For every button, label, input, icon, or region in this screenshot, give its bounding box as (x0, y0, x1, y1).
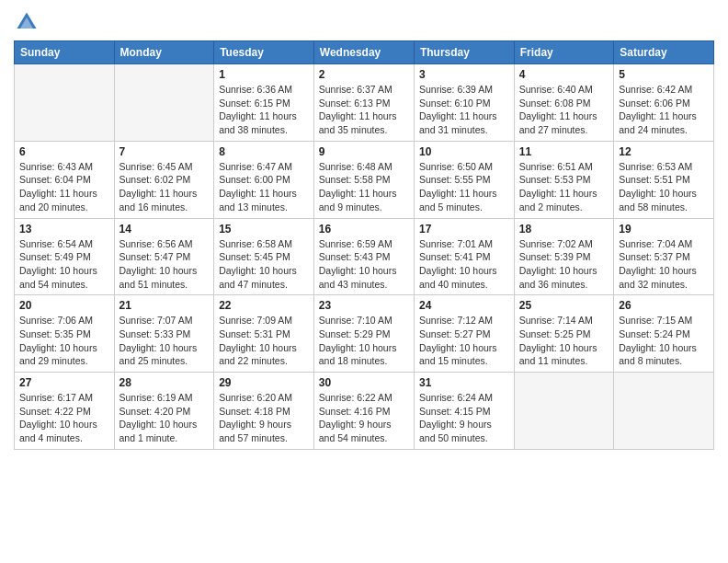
day-info: Sunrise: 6:42 AM Sunset: 6:06 PM Dayligh… (619, 83, 709, 137)
day-cell (15, 64, 115, 142)
day-number: 2 (319, 68, 409, 81)
day-cell: 7Sunrise: 6:45 AM Sunset: 6:02 PM Daylig… (114, 141, 214, 218)
day-cell: 21Sunrise: 7:07 AM Sunset: 5:33 PM Dayli… (114, 295, 214, 373)
header-cell-sunday: Sunday (15, 41, 115, 64)
day-cell (114, 64, 214, 142)
day-info: Sunrise: 6:48 AM Sunset: 5:58 PM Dayligh… (319, 160, 409, 214)
header-cell-tuesday: Tuesday (214, 41, 314, 64)
day-cell: 5Sunrise: 6:42 AM Sunset: 6:06 PM Daylig… (614, 64, 714, 142)
day-cell: 2Sunrise: 6:37 AM Sunset: 6:13 PM Daylig… (313, 64, 414, 142)
day-number: 30 (319, 376, 409, 389)
day-info: Sunrise: 6:53 AM Sunset: 5:51 PM Dayligh… (619, 160, 709, 214)
day-info: Sunrise: 6:51 AM Sunset: 5:53 PM Dayligh… (519, 160, 609, 214)
day-cell: 23Sunrise: 7:10 AM Sunset: 5:29 PM Dayli… (313, 295, 414, 373)
day-info: Sunrise: 6:54 AM Sunset: 5:49 PM Dayligh… (19, 237, 109, 292)
day-info: Sunrise: 7:06 AM Sunset: 5:35 PM Dayligh… (19, 314, 109, 368)
day-cell: 10Sunrise: 6:50 AM Sunset: 5:55 PM Dayli… (414, 141, 514, 218)
day-number: 31 (419, 376, 509, 389)
day-number: 16 (319, 223, 409, 236)
day-cell: 22Sunrise: 7:09 AM Sunset: 5:31 PM Dayli… (214, 295, 314, 373)
calendar-table: SundayMondayTuesdayWednesdayThursdayFrid… (14, 40, 714, 450)
day-info: Sunrise: 6:20 AM Sunset: 4:18 PM Dayligh… (219, 391, 309, 445)
day-number: 3 (419, 68, 509, 81)
day-cell: 15Sunrise: 6:58 AM Sunset: 5:45 PM Dayli… (214, 218, 314, 295)
day-number: 12 (619, 145, 709, 158)
day-cell: 8Sunrise: 6:47 AM Sunset: 6:00 PM Daylig… (214, 141, 314, 218)
day-info: Sunrise: 7:09 AM Sunset: 5:31 PM Dayligh… (219, 314, 309, 368)
logo-icon (14, 9, 40, 35)
day-info: Sunrise: 6:19 AM Sunset: 4:20 PM Dayligh… (119, 391, 210, 445)
header-cell-friday: Friday (514, 41, 613, 64)
day-cell: 9Sunrise: 6:48 AM Sunset: 5:58 PM Daylig… (313, 141, 414, 218)
day-cell: 3Sunrise: 6:39 AM Sunset: 6:10 PM Daylig… (414, 64, 514, 142)
day-number: 14 (119, 223, 210, 236)
day-number: 1 (219, 68, 309, 81)
day-number: 10 (419, 145, 509, 158)
day-cell: 28Sunrise: 6:19 AM Sunset: 4:20 PM Dayli… (114, 373, 214, 450)
day-cell: 29Sunrise: 6:20 AM Sunset: 4:18 PM Dayli… (214, 373, 314, 450)
day-number: 17 (419, 223, 509, 236)
day-info: Sunrise: 6:47 AM Sunset: 6:00 PM Dayligh… (219, 160, 309, 214)
day-cell: 18Sunrise: 7:02 AM Sunset: 5:39 PM Dayli… (514, 218, 613, 295)
day-cell: 14Sunrise: 6:56 AM Sunset: 5:47 PM Dayli… (114, 218, 214, 295)
day-number: 5 (619, 68, 709, 81)
day-number: 11 (519, 145, 609, 158)
header-cell-saturday: Saturday (614, 41, 714, 64)
day-info: Sunrise: 6:59 AM Sunset: 5:43 PM Dayligh… (319, 237, 409, 292)
day-info: Sunrise: 7:07 AM Sunset: 5:33 PM Dayligh… (119, 314, 210, 368)
day-cell: 27Sunrise: 6:17 AM Sunset: 4:22 PM Dayli… (15, 373, 115, 450)
week-row-5: 27Sunrise: 6:17 AM Sunset: 4:22 PM Dayli… (15, 373, 714, 450)
day-cell: 30Sunrise: 6:22 AM Sunset: 4:16 PM Dayli… (313, 373, 414, 450)
day-info: Sunrise: 7:15 AM Sunset: 5:24 PM Dayligh… (619, 314, 709, 368)
calendar-header: SundayMondayTuesdayWednesdayThursdayFrid… (15, 41, 714, 64)
day-number: 6 (19, 145, 109, 158)
day-info: Sunrise: 7:04 AM Sunset: 5:37 PM Dayligh… (619, 237, 709, 292)
day-info: Sunrise: 6:43 AM Sunset: 6:04 PM Dayligh… (19, 160, 109, 214)
day-info: Sunrise: 6:17 AM Sunset: 4:22 PM Dayligh… (19, 391, 109, 445)
day-number: 8 (219, 145, 309, 158)
day-info: Sunrise: 6:50 AM Sunset: 5:55 PM Dayligh… (419, 160, 509, 214)
day-info: Sunrise: 7:01 AM Sunset: 5:41 PM Dayligh… (419, 237, 509, 292)
header-cell-monday: Monday (114, 41, 214, 64)
day-number: 7 (119, 145, 210, 158)
day-number: 24 (419, 299, 509, 312)
day-cell: 19Sunrise: 7:04 AM Sunset: 5:37 PM Dayli… (614, 218, 714, 295)
day-number: 19 (619, 223, 709, 236)
day-info: Sunrise: 6:56 AM Sunset: 5:47 PM Dayligh… (119, 237, 210, 292)
day-cell: 20Sunrise: 7:06 AM Sunset: 5:35 PM Dayli… (15, 295, 115, 373)
day-cell: 17Sunrise: 7:01 AM Sunset: 5:41 PM Dayli… (414, 218, 514, 295)
day-cell: 16Sunrise: 6:59 AM Sunset: 5:43 PM Dayli… (313, 218, 414, 295)
calendar-body: 1Sunrise: 6:36 AM Sunset: 6:15 PM Daylig… (15, 64, 714, 450)
day-info: Sunrise: 7:02 AM Sunset: 5:39 PM Dayligh… (519, 237, 609, 292)
day-number: 27 (19, 376, 109, 389)
day-info: Sunrise: 6:39 AM Sunset: 6:10 PM Dayligh… (419, 83, 509, 137)
day-cell (614, 373, 714, 450)
day-number: 4 (519, 68, 609, 81)
day-cell: 4Sunrise: 6:40 AM Sunset: 6:08 PM Daylig… (514, 64, 613, 142)
day-number: 23 (319, 299, 409, 312)
day-number: 25 (519, 299, 609, 312)
header-cell-thursday: Thursday (414, 41, 514, 64)
day-number: 28 (119, 376, 210, 389)
day-number: 21 (119, 299, 210, 312)
day-cell: 6Sunrise: 6:43 AM Sunset: 6:04 PM Daylig… (15, 141, 115, 218)
day-cell: 24Sunrise: 7:12 AM Sunset: 5:27 PM Dayli… (414, 295, 514, 373)
week-row-1: 1Sunrise: 6:36 AM Sunset: 6:15 PM Daylig… (15, 64, 714, 142)
day-number: 20 (19, 299, 109, 312)
day-number: 18 (519, 223, 609, 236)
week-row-2: 6Sunrise: 6:43 AM Sunset: 6:04 PM Daylig… (15, 141, 714, 218)
day-info: Sunrise: 7:10 AM Sunset: 5:29 PM Dayligh… (319, 314, 409, 368)
day-cell: 13Sunrise: 6:54 AM Sunset: 5:49 PM Dayli… (15, 218, 115, 295)
day-info: Sunrise: 6:24 AM Sunset: 4:15 PM Dayligh… (419, 391, 509, 445)
day-cell: 26Sunrise: 7:15 AM Sunset: 5:24 PM Dayli… (614, 295, 714, 373)
day-info: Sunrise: 7:12 AM Sunset: 5:27 PM Dayligh… (419, 314, 509, 368)
logo (14, 9, 43, 35)
week-row-3: 13Sunrise: 6:54 AM Sunset: 5:49 PM Dayli… (15, 218, 714, 295)
day-info: Sunrise: 7:14 AM Sunset: 5:25 PM Dayligh… (519, 314, 609, 368)
day-info: Sunrise: 6:58 AM Sunset: 5:45 PM Dayligh… (219, 237, 309, 292)
page-header (14, 9, 714, 35)
day-info: Sunrise: 6:40 AM Sunset: 6:08 PM Dayligh… (519, 83, 609, 137)
day-cell: 31Sunrise: 6:24 AM Sunset: 4:15 PM Dayli… (414, 373, 514, 450)
header-row: SundayMondayTuesdayWednesdayThursdayFrid… (15, 41, 714, 64)
day-info: Sunrise: 6:36 AM Sunset: 6:15 PM Dayligh… (219, 83, 309, 137)
